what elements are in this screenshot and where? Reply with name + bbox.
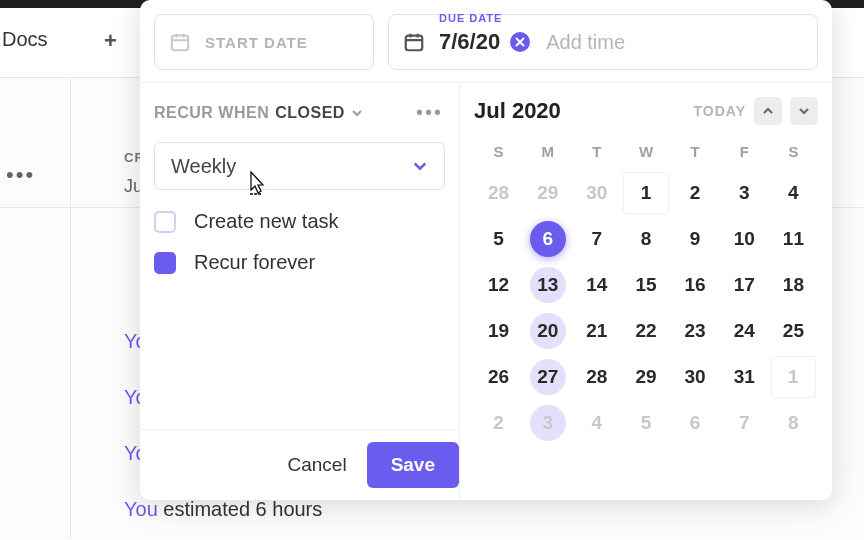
- chevron-down-icon: [351, 107, 363, 119]
- add-time-button[interactable]: Add time: [546, 31, 625, 54]
- calendar-dow-row: SMTWTFS: [474, 137, 818, 170]
- checkbox-unchecked-icon: [154, 211, 176, 233]
- calendar-day[interactable]: 4: [572, 400, 621, 446]
- date-recur-modal: START DATE DUE DATE 7/6/20 Add time RECU…: [140, 0, 832, 500]
- calendar-dow: W: [621, 137, 670, 170]
- calendar-header: Jul 2020 TODAY: [474, 97, 818, 125]
- start-date-field[interactable]: START DATE: [154, 14, 374, 70]
- calendar-dow: S: [474, 137, 523, 170]
- calendar-day[interactable]: 8: [621, 216, 670, 262]
- calendar-day[interactable]: 23: [671, 308, 720, 354]
- calendar-dow: T: [671, 137, 720, 170]
- calendar-day[interactable]: 29: [621, 354, 670, 400]
- date-row: START DATE DUE DATE 7/6/20 Add time: [140, 0, 832, 82]
- calendar-day[interactable]: 27: [523, 354, 572, 400]
- calendar-day[interactable]: 2: [474, 400, 523, 446]
- next-month-button[interactable]: [790, 97, 818, 125]
- modal-body: RECUR WHEN CLOSED ••• Weekly Create new …: [140, 82, 832, 500]
- calendar-day[interactable]: 2: [671, 170, 720, 216]
- clear-due-date-button[interactable]: [510, 32, 530, 52]
- bg-docs-text: Docs: [2, 28, 48, 51]
- create-new-task-option[interactable]: Create new task: [154, 210, 445, 233]
- bg-plus-icon: +: [104, 28, 117, 54]
- calendar-day[interactable]: 1: [621, 170, 670, 216]
- svg-rect-1: [406, 36, 423, 51]
- bg-left-rail: [70, 78, 71, 538]
- due-date-label: DUE DATE: [439, 12, 502, 24]
- start-date-placeholder: START DATE: [205, 34, 308, 51]
- calendar-day[interactable]: 3: [523, 400, 572, 446]
- bg-more-icon: •••: [6, 162, 35, 188]
- recur-more-button[interactable]: •••: [414, 97, 445, 128]
- calendar-icon: [403, 31, 425, 53]
- calendar-day[interactable]: 11: [769, 216, 818, 262]
- recur-settings-pane: RECUR WHEN CLOSED ••• Weekly Create new …: [140, 83, 460, 500]
- calendar-day[interactable]: 18: [769, 262, 818, 308]
- calendar-month: Jul 2020: [474, 98, 561, 124]
- close-icon: [515, 37, 525, 47]
- calendar-day[interactable]: 5: [621, 400, 670, 446]
- prev-month-button[interactable]: [754, 97, 782, 125]
- calendar-dow: S: [769, 137, 818, 170]
- calendar-day[interactable]: 6: [523, 216, 572, 262]
- calendar-day[interactable]: 14: [572, 262, 621, 308]
- calendar-day[interactable]: 8: [769, 400, 818, 446]
- calendar-day[interactable]: 22: [621, 308, 670, 354]
- recur-header: RECUR WHEN CLOSED •••: [154, 97, 445, 128]
- calendar-day[interactable]: 12: [474, 262, 523, 308]
- frequency-select[interactable]: Weekly: [154, 142, 445, 190]
- calendar-day[interactable]: 28: [474, 170, 523, 216]
- calendar-day[interactable]: 10: [720, 216, 769, 262]
- due-date-value: 7/6/20: [439, 29, 500, 55]
- calendar-day[interactable]: 28: [572, 354, 621, 400]
- calendar-day[interactable]: 21: [572, 308, 621, 354]
- calendar-day[interactable]: 4: [769, 170, 818, 216]
- calendar-day[interactable]: 6: [671, 400, 720, 446]
- calendar-day[interactable]: 26: [474, 354, 523, 400]
- recur-state: CLOSED: [275, 104, 345, 122]
- calendar-day[interactable]: 19: [474, 308, 523, 354]
- chevron-up-icon: [762, 105, 774, 117]
- calendar-day[interactable]: 24: [720, 308, 769, 354]
- chevron-down-icon: [798, 105, 810, 117]
- calendar-dow: T: [572, 137, 621, 170]
- chevron-down-icon: [412, 158, 428, 174]
- calendar-day[interactable]: 7: [720, 400, 769, 446]
- calendar-day[interactable]: 17: [720, 262, 769, 308]
- calendar-icon: [169, 31, 191, 53]
- calendar-day[interactable]: 31: [720, 354, 769, 400]
- footer: Cancel Save: [140, 429, 459, 500]
- calendar-nav: TODAY: [694, 97, 818, 125]
- calendar-grid: 2829301234567891011121314151617181920212…: [474, 170, 818, 446]
- calendar-day[interactable]: 7: [572, 216, 621, 262]
- recur-when-dropdown[interactable]: RECUR WHEN CLOSED: [154, 104, 363, 122]
- calendar-dow: M: [523, 137, 572, 170]
- bg-activity-link: You estimated 6 hours: [124, 498, 322, 521]
- calendar-day[interactable]: 15: [621, 262, 670, 308]
- recur-prefix: RECUR WHEN: [154, 104, 269, 122]
- calendar-day[interactable]: 9: [671, 216, 720, 262]
- calendar-day[interactable]: 1: [769, 354, 818, 400]
- svg-rect-0: [172, 36, 189, 51]
- frequency-value: Weekly: [171, 155, 236, 178]
- recur-forever-label: Recur forever: [194, 251, 315, 274]
- recur-forever-option[interactable]: Recur forever: [154, 251, 445, 274]
- due-date-field[interactable]: DUE DATE 7/6/20 Add time: [388, 14, 818, 70]
- calendar-dow: F: [720, 137, 769, 170]
- calendar-day[interactable]: 29: [523, 170, 572, 216]
- create-new-task-label: Create new task: [194, 210, 339, 233]
- calendar-day[interactable]: 30: [572, 170, 621, 216]
- calendar-day[interactable]: 30: [671, 354, 720, 400]
- today-button[interactable]: TODAY: [694, 103, 746, 119]
- calendar-pane: Jul 2020 TODAY SMTWTFS 28293012345678910…: [460, 83, 832, 500]
- calendar-day[interactable]: 25: [769, 308, 818, 354]
- cancel-button[interactable]: Cancel: [267, 444, 366, 486]
- calendar-day[interactable]: 20: [523, 308, 572, 354]
- checkbox-checked-icon: [154, 252, 176, 274]
- save-button[interactable]: Save: [367, 442, 459, 488]
- calendar-day[interactable]: 3: [720, 170, 769, 216]
- calendar-day[interactable]: 13: [523, 262, 572, 308]
- calendar-day[interactable]: 16: [671, 262, 720, 308]
- calendar-day[interactable]: 5: [474, 216, 523, 262]
